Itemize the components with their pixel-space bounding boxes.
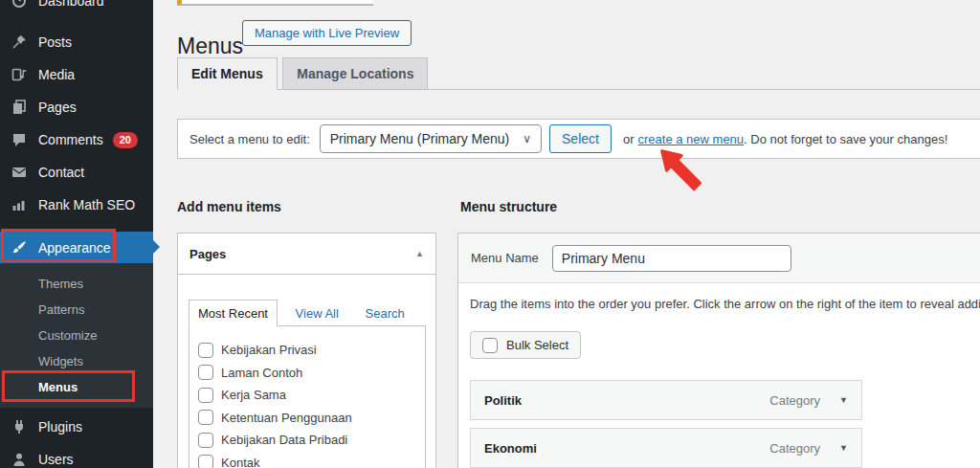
- sidebar-item-posts[interactable]: Posts: [0, 26, 153, 58]
- menu-item-title: Ekonomi: [484, 441, 537, 456]
- sidebar-item-label: Contact: [38, 165, 84, 180]
- page-checkbox[interactable]: [198, 365, 213, 380]
- pages-icon: [10, 100, 29, 115]
- pages-accordion-header[interactable]: Pages ▲: [178, 234, 435, 275]
- sidebar-item-comments[interactable]: Comments 20: [0, 123, 153, 156]
- page-checkbox[interactable]: [198, 343, 213, 358]
- comments-count-badge: 20: [113, 132, 138, 148]
- tab-edit-menus[interactable]: Edit Menus: [177, 57, 278, 90]
- submenu-item-menus[interactable]: Menus: [0, 374, 153, 400]
- tab-view-all[interactable]: View All: [287, 301, 347, 326]
- submenu-item-customize[interactable]: Customize: [0, 323, 153, 348]
- tab-most-recent[interactable]: Most Recent: [189, 300, 278, 327]
- menu-select-value: Primary Menu (Primary Menu): [330, 131, 509, 146]
- tab-manage-locations[interactable]: Manage Locations: [282, 57, 428, 90]
- page-checkbox-row: Kontak: [198, 452, 425, 468]
- save-changes-reminder: . Do not forget to save your changes!: [744, 132, 947, 146]
- expand-item-icon[interactable]: ▼: [839, 443, 848, 453]
- page-checkbox[interactable]: [198, 455, 213, 468]
- page-label: Kebijakan Data Pribadi: [221, 433, 347, 447]
- notice-remnant: [177, 0, 373, 6]
- pushpin-icon: [10, 34, 29, 50]
- page-checkbox-row: Kebijakan Privasi: [198, 339, 425, 362]
- submenu-item-patterns[interactable]: Patterns: [0, 297, 153, 323]
- brush-icon: [10, 240, 29, 256]
- most-recent-panel: Kebijakan Privasi Laman Contoh Kerja Sam…: [189, 325, 426, 468]
- bulk-select-label: Bulk Select: [506, 338, 568, 352]
- media-icon: [10, 67, 29, 82]
- expand-item-icon[interactable]: ▼: [839, 395, 848, 405]
- menu-item-type: Category: [769, 393, 820, 408]
- admin-sidebar: Dashboard Posts Media Pages Comments: [0, 0, 153, 468]
- page-label: Laman Contoh: [221, 366, 302, 380]
- sidebar-item-label: Posts: [38, 34, 72, 50]
- page-checkbox-row: Ketentuan Penggunaan: [198, 407, 425, 430]
- sidebar-item-users[interactable]: Users: [0, 443, 153, 468]
- or-text: or: [623, 132, 635, 146]
- sidebar-item-label: Dashboard: [38, 0, 104, 9]
- sidebar-item-contact[interactable]: Contact: [0, 156, 153, 189]
- page-checkbox-row: Kebijakan Data Pribadi: [198, 429, 425, 452]
- page-checkbox[interactable]: [198, 388, 213, 403]
- menu-structure-heading: Menu structure: [460, 199, 557, 214]
- submenu-item-widgets[interactable]: Widgets: [0, 348, 153, 374]
- page-label: Kontak: [221, 456, 259, 468]
- accordion-collapse-icon[interactable]: ▲: [415, 249, 424, 258]
- menu-name-header: Menu Name: [458, 234, 980, 283]
- menu-item-type: Category: [769, 441, 820, 456]
- tab-search[interactable]: Search: [357, 301, 413, 326]
- page-checkbox-row: Laman Contoh: [198, 362, 425, 385]
- sidebar-item-appearance[interactable]: Appearance: [0, 232, 153, 263]
- select-menu-bar: Select a menu to edit: Primary Menu (Pri…: [177, 119, 980, 159]
- user-icon: [10, 452, 29, 467]
- chart-icon: [10, 197, 29, 212]
- page-checkbox-row: Kerja Sama: [198, 384, 425, 407]
- menu-item-title: Politik: [484, 393, 522, 408]
- menu-name-label: Menu Name: [471, 251, 539, 265]
- dashboard-icon: [10, 0, 29, 9]
- sidebar-item-label: Comments: [38, 132, 103, 147]
- sidebar-item-media[interactable]: Media: [0, 58, 153, 91]
- sidebar-item-rank-math-seo[interactable]: Rank Math SEO: [0, 189, 153, 221]
- add-menu-items-heading: Add menu items: [177, 199, 281, 214]
- envelope-icon: [10, 165, 29, 180]
- pages-accordion: Pages ▲ Most Recent View All Search Kebi…: [177, 233, 436, 468]
- page-label: Ketentuan Penggunaan: [221, 411, 352, 425]
- comment-bubble-icon: [10, 132, 29, 147]
- sidebar-item-label: Pages: [38, 100, 77, 115]
- menu-item-ekonomi[interactable]: Ekonomi Category ▼: [470, 428, 862, 468]
- sidebar-item-label: Rank Math SEO: [38, 197, 135, 212]
- menu-structure-body: Drag the items into the order you prefer…: [458, 283, 980, 468]
- select-menu-label: Select a menu to edit:: [189, 132, 310, 146]
- page-checkbox[interactable]: [198, 433, 213, 448]
- create-new-menu-link[interactable]: create a new menu: [638, 132, 745, 146]
- page-title: Menus: [177, 33, 243, 59]
- plug-icon: [10, 419, 29, 435]
- sidebar-item-label: Media: [38, 67, 75, 82]
- pages-accordion-title: Pages: [189, 247, 226, 261]
- pages-tabs: Most Recent View All Search: [189, 300, 435, 326]
- appearance-submenu: Themes Patterns Customize Widgets Menus: [0, 263, 153, 408]
- drag-hint-text: Drag the items into the order you prefer…: [470, 297, 980, 311]
- menu-select-dropdown[interactable]: Primary Menu (Primary Menu) ∨: [320, 124, 542, 153]
- bulk-select-checkbox[interactable]: [482, 338, 498, 353]
- menu-item-politik[interactable]: Politik Category ▼: [470, 380, 862, 420]
- menu-name-input[interactable]: [552, 245, 791, 272]
- menu-structure-panel: Menu Name Drag the items into the order …: [457, 233, 980, 468]
- select-button[interactable]: Select: [549, 124, 612, 153]
- sidebar-item-plugins[interactable]: Plugins: [0, 411, 153, 443]
- current-menu-arrow: [153, 240, 160, 254]
- sidebar-item-label: Plugins: [38, 419, 82, 435]
- manage-with-live-preview-button[interactable]: Manage with Live Preview: [242, 20, 412, 46]
- submenu-item-themes[interactable]: Themes: [0, 271, 153, 297]
- sidebar-item-dashboard[interactable]: Dashboard: [0, 0, 153, 17]
- wordpress-menus-page: Dashboard Posts Media Pages Comments: [0, 0, 980, 468]
- page-label: Kerja Sama: [221, 388, 286, 402]
- chevron-down-icon: ∨: [523, 132, 531, 145]
- sidebar-item-label: Users: [38, 452, 74, 467]
- sidebar-item-pages[interactable]: Pages: [0, 91, 153, 123]
- page-label: Kebijakan Privasi: [221, 343, 317, 357]
- sidebar-item-label: Appearance: [38, 240, 111, 256]
- page-checkbox[interactable]: [198, 410, 213, 425]
- bulk-select-toggle[interactable]: Bulk Select: [470, 331, 581, 359]
